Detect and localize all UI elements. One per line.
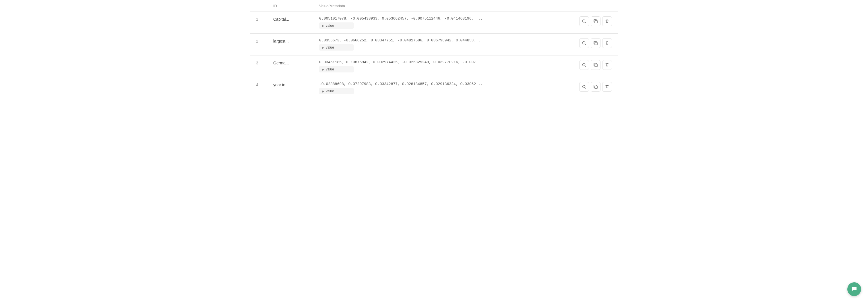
row-number: 1 [256, 17, 273, 22]
search-button[interactable] [579, 17, 589, 26]
svg-line-10 [585, 88, 586, 89]
svg-rect-11 [595, 86, 597, 88]
copy-icon [593, 84, 598, 89]
row-id: Germa... [273, 60, 319, 65]
table-row: 3 Germa... 0.03451185, 0.10876942, 0.002… [250, 55, 618, 77]
value-expand-label: value [326, 24, 334, 28]
header-value: Value/Metadata [319, 4, 566, 8]
expand-arrow-icon: ▶ [322, 90, 324, 93]
value-expand-button[interactable]: ▶ value [319, 44, 353, 51]
expand-arrow-icon: ▶ [322, 46, 324, 49]
svg-rect-5 [595, 42, 597, 45]
value-expand-label: value [326, 46, 334, 50]
delete-button[interactable] [602, 38, 612, 48]
delete-icon [605, 19, 609, 24]
delete-icon [605, 41, 609, 46]
row-actions [566, 60, 612, 70]
header-id: ID [273, 4, 319, 8]
value-expand-button[interactable]: ▶ value [319, 88, 353, 94]
copy-button[interactable] [591, 17, 600, 26]
svg-line-4 [585, 44, 586, 45]
row-number: 3 [256, 60, 273, 65]
search-button[interactable] [579, 82, 589, 92]
svg-rect-8 [595, 64, 597, 67]
expand-arrow-icon: ▶ [322, 24, 324, 27]
row-id: Capital... [273, 17, 319, 22]
search-button[interactable] [579, 60, 589, 70]
delete-button[interactable] [602, 17, 612, 26]
value-expand-label: value [326, 67, 334, 71]
row-value-container: 0.0356673, -0.0666252, 0.03347751, -0.04… [319, 38, 566, 51]
row-actions [566, 38, 612, 48]
copy-icon [593, 63, 598, 67]
row-value-container: -0.02888698, 0.07297983, 0.03342877, 0.0… [319, 82, 566, 94]
delete-icon [605, 63, 609, 67]
table-row: 2 largest... 0.0356673, -0.0666252, 0.03… [250, 34, 618, 55]
row-value-container: 0.0051017078, -0.005438933, 0.053662457,… [319, 17, 566, 29]
row-number: 4 [256, 82, 273, 87]
row-value-text: 0.03451185, 0.10876942, 0.002974425, -0.… [319, 60, 566, 64]
table-row: 4 year in ... -0.02888698, 0.07297983, 0… [250, 77, 618, 99]
copy-button[interactable] [591, 38, 600, 48]
header-actions [566, 4, 612, 8]
search-icon [582, 41, 586, 46]
delete-button[interactable] [602, 60, 612, 70]
copy-button[interactable] [591, 82, 600, 92]
copy-icon [593, 41, 598, 46]
row-id: largest... [273, 38, 319, 44]
search-icon [582, 19, 586, 24]
copy-icon [593, 19, 598, 24]
search-button[interactable] [579, 38, 589, 48]
search-icon [582, 84, 586, 89]
row-id: year in ... [273, 82, 319, 87]
row-number: 2 [256, 38, 273, 44]
row-value-text: 0.0051017078, -0.005438933, 0.053662457,… [319, 17, 566, 21]
svg-line-7 [585, 66, 586, 67]
svg-rect-2 [595, 20, 597, 23]
row-value-text: 0.0356673, -0.0666252, 0.03347751, -0.04… [319, 38, 566, 43]
header-index [256, 4, 273, 8]
row-actions [566, 82, 612, 92]
value-expand-label: value [326, 89, 334, 93]
copy-button[interactable] [591, 60, 600, 70]
value-expand-button[interactable]: ▶ value [319, 22, 353, 29]
search-icon [582, 63, 586, 67]
table-header: ID Value/Metadata [250, 0, 618, 12]
row-actions [566, 17, 612, 26]
expand-arrow-icon: ▶ [322, 68, 324, 71]
delete-button[interactable] [602, 82, 612, 92]
row-value-text: -0.02888698, 0.07297983, 0.03342877, 0.0… [319, 82, 566, 86]
value-expand-button[interactable]: ▶ value [319, 66, 353, 73]
row-value-container: 0.03451185, 0.10876942, 0.002974425, -0.… [319, 60, 566, 73]
svg-line-1 [585, 22, 586, 23]
delete-icon [605, 84, 609, 89]
table-row: 1 Capital... 0.0051017078, -0.005438933,… [250, 12, 618, 34]
data-table: ID Value/Metadata 1 Capital... 0.0051017… [250, 0, 618, 99]
